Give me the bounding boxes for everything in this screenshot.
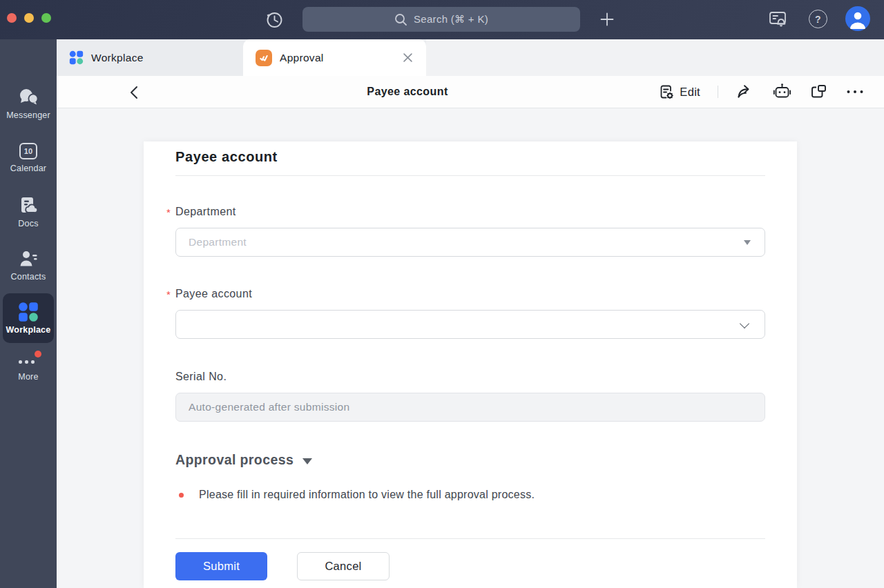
required-asterisk: * — [166, 288, 171, 302]
sidebar-label-contacts: Contacts — [11, 272, 46, 282]
cancel-button[interactable]: Cancel — [297, 552, 390, 580]
tab-close-icon[interactable] — [400, 50, 415, 66]
sidebar-label-more: More — [18, 372, 38, 382]
sidebar-label-messenger: Messenger — [6, 110, 50, 120]
close-window-button[interactable] — [7, 13, 17, 23]
sidebar-item-calendar[interactable]: 10 Calendar — [0, 143, 57, 173]
page-title: Payee account — [367, 76, 448, 108]
more-actions-icon[interactable] — [845, 82, 865, 101]
sidebar-label-calendar: Calendar — [10, 164, 46, 173]
back-button[interactable] — [126, 84, 142, 101]
notice-bullet-icon — [179, 493, 184, 498]
field-department: * Department Department — [175, 205, 765, 257]
sidebar-item-docs[interactable]: Docs — [0, 196, 57, 228]
tab-bar-empty-space — [426, 39, 884, 76]
approval-process-title: Approval process — [175, 452, 294, 468]
calendar-day-number: 10 — [24, 147, 33, 155]
payee-account-label: * Payee account — [175, 287, 765, 301]
contacts-icon — [19, 249, 38, 268]
form-heading: Payee account — [175, 141, 765, 166]
department-label-text: Department — [175, 206, 236, 217]
toolbar-divider — [718, 86, 718, 98]
maximize-window-button[interactable] — [41, 13, 51, 23]
tab-approval-label: Approval — [280, 52, 392, 64]
field-payee-account: * Payee account — [175, 287, 765, 339]
sidebar-item-messenger[interactable]: Messenger — [0, 87, 57, 120]
payee-account-label-text: Payee account — [175, 288, 252, 300]
workplace-tab-icon — [69, 50, 84, 65]
title-bar: Search (⌘ + K) ? — [0, 0, 884, 39]
tab-workplace-label: Workplace — [91, 52, 144, 64]
department-placeholder: Department — [189, 236, 247, 248]
help-glyph: ? — [815, 14, 821, 25]
edit-form-icon — [659, 84, 674, 99]
app-sidebar: Messenger 10 Calendar Docs — [0, 39, 57, 588]
avatar[interactable] — [845, 6, 870, 31]
heading-divider — [175, 175, 765, 176]
workplace-icon — [18, 302, 39, 322]
calendar-icon: 10 — [19, 143, 37, 159]
chevron-down-icon — [740, 319, 749, 329]
footer-divider — [175, 538, 765, 539]
toolbar-actions: Edit — [659, 76, 865, 108]
notice-text: Please fill in required information to v… — [199, 489, 535, 501]
tab-workplace[interactable]: Workplace — [57, 39, 243, 76]
docs-icon — [19, 196, 38, 215]
sidebar-item-workplace-active[interactable]: Workplace — [3, 293, 54, 343]
payee-account-select[interactable] — [175, 310, 765, 339]
global-search-input[interactable]: Search (⌘ + K) — [302, 7, 580, 32]
form-card: Payee account * Department Department * … — [144, 141, 797, 588]
help-icon[interactable]: ? — [807, 8, 829, 30]
share-icon[interactable] — [736, 82, 755, 101]
serial-no-label: Serial No. — [175, 370, 765, 384]
app-window: Search (⌘ + K) ? — [0, 0, 884, 588]
department-label: * Department — [175, 205, 765, 219]
collapse-triangle-icon — [302, 458, 312, 464]
sidebar-label-workplace: Workplace — [6, 325, 51, 335]
search-icon — [394, 13, 407, 26]
required-asterisk: * — [166, 206, 171, 219]
sidebar-item-contacts[interactable]: Contacts — [0, 249, 57, 282]
messenger-icon — [18, 87, 39, 106]
serial-no-placeholder: Auto-generated after submission — [189, 401, 349, 413]
notification-badge — [35, 351, 41, 357]
field-serial-no: Serial No. Auto-generated after submissi… — [175, 370, 765, 422]
content-area: Payee account * Department Department * … — [57, 108, 884, 588]
tab-approval-active[interactable]: Approval — [243, 39, 426, 76]
submit-button[interactable]: Submit — [175, 552, 267, 580]
approval-app-icon — [256, 50, 272, 66]
open-in-window-icon[interactable] — [809, 82, 828, 101]
dropdown-triangle-icon — [744, 240, 751, 245]
more-dots-icon — [15, 350, 42, 368]
announcement-icon[interactable] — [767, 8, 789, 30]
sidebar-label-docs: Docs — [18, 219, 38, 228]
robot-assistant-icon[interactable] — [772, 82, 791, 101]
search-placeholder: Search (⌘ + K) — [414, 13, 488, 26]
form-actions: Submit Cancel — [175, 552, 765, 580]
serial-no-input-disabled: Auto-generated after submission — [175, 393, 765, 422]
department-select[interactable]: Department — [175, 228, 765, 257]
approval-process-header[interactable]: Approval process — [175, 452, 765, 468]
sidebar-item-more[interactable]: More — [0, 350, 57, 382]
window-controls — [7, 13, 51, 23]
minimize-window-button[interactable] — [24, 13, 34, 23]
process-notice: Please fill in required information to v… — [175, 489, 765, 501]
history-icon[interactable] — [263, 8, 285, 30]
edit-button-label: Edit — [680, 86, 700, 99]
page-toolbar: Payee account Edit — [57, 76, 884, 108]
serial-no-label-text: Serial No. — [175, 371, 227, 382]
edit-button[interactable]: Edit — [659, 84, 700, 99]
new-tab-plus-icon[interactable] — [597, 9, 617, 30]
tab-bar: Workplace Approval — [57, 39, 884, 76]
